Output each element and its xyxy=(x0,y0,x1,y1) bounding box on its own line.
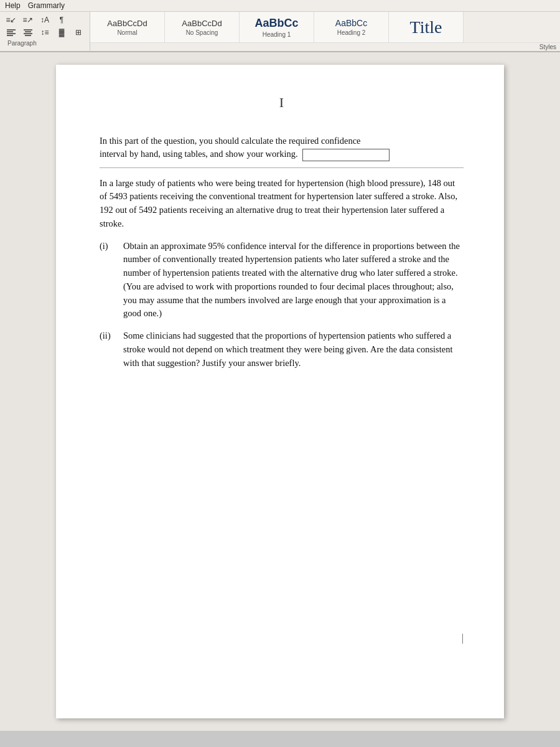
line-spacing-icon: ↕≡ xyxy=(39,27,50,37)
borders-icon: ⊞ xyxy=(73,27,84,37)
increase-indent-icon: ≡↗ xyxy=(22,15,34,25)
ribbon-row-1: ≡↙ ≡↗ ↕A ¶ xyxy=(4,14,86,26)
align-left-btn[interactable] xyxy=(4,27,19,38)
styles-section-label: Styles xyxy=(539,44,556,50)
style-heading1-preview: AaBbCc xyxy=(254,17,298,30)
style-nospacing-preview: AaBbCcDd xyxy=(182,19,222,28)
cursor-top: I xyxy=(100,96,464,110)
decrease-indent-btn[interactable]: ≡↙ xyxy=(4,14,19,26)
style-heading2-preview: AaBbCc xyxy=(335,18,367,28)
style-no-spacing[interactable]: AaBbCcDd No Spacing xyxy=(165,12,240,42)
q2-content: Some clinicians had suggested that the p… xyxy=(123,329,464,370)
align-center-icon xyxy=(22,27,34,37)
answer-inline-box xyxy=(302,149,390,161)
ribbon-row-2: ↕≡ ▓ ⊞ xyxy=(4,27,86,38)
style-normal[interactable]: AaBbCcDd Normal xyxy=(90,12,165,42)
style-normal-label: Normal xyxy=(117,29,137,36)
page[interactable]: I In this part of the question, you shou… xyxy=(56,65,504,718)
ribbon: ≡↙ ≡↗ ↕A ¶ ↕≡ xyxy=(0,12,560,52)
style-heading1[interactable]: AaBbCc Heading 1 xyxy=(240,12,314,42)
paragraph-section-label: Paragraph xyxy=(4,39,86,49)
shading-icon: ▓ xyxy=(56,27,67,37)
intro-paragraph: In this part of the question, you should… xyxy=(100,134,464,161)
style-heading2-label: Heading 2 xyxy=(337,29,366,36)
styles-row: AaBbCcDd Normal AaBbCcDd No Spacing AaBb… xyxy=(90,12,560,43)
style-heading1-label: Heading 1 xyxy=(263,31,291,38)
styles-label-row: Styles xyxy=(90,43,560,51)
style-heading2[interactable]: AaBbCc Heading 2 xyxy=(314,12,389,42)
style-title[interactable]: Title xyxy=(389,12,464,42)
show-hide-btn[interactable]: ¶ xyxy=(54,14,69,26)
cursor-end: | xyxy=(462,632,464,644)
line-spacing-btn[interactable]: ↕≡ xyxy=(37,27,52,38)
menu-help[interactable]: Help xyxy=(5,1,21,10)
q1-content: Obtain an approximate 95% confidence int… xyxy=(123,240,464,321)
document-area: I In this part of the question, you shou… xyxy=(0,52,560,731)
align-left-icon xyxy=(6,27,17,37)
q1-label: (i) xyxy=(100,240,117,321)
intro-line1: In this part of the question, you should… xyxy=(100,136,361,146)
shading-btn[interactable]: ▓ xyxy=(54,27,69,38)
increase-indent-btn[interactable]: ≡↗ xyxy=(21,14,35,26)
question-ii: (ii) Some clinicians had suggested that … xyxy=(100,329,464,370)
body-paragraph: In a large study of patients who were be… xyxy=(100,177,464,231)
sort-icon: ↕A xyxy=(39,15,50,25)
menu-bar: Help Grammarly xyxy=(0,0,560,12)
divider xyxy=(100,167,464,168)
align-center-btn[interactable] xyxy=(21,27,35,38)
q2-label: (ii) xyxy=(100,329,117,370)
pilcrow-icon: ¶ xyxy=(56,15,67,25)
question-i: (i) Obtain an approximate 95% confidence… xyxy=(100,240,464,321)
sort-btn[interactable]: ↕A xyxy=(37,14,52,26)
intro-line2: interval by hand, using tables, and show… xyxy=(100,149,298,159)
style-nospacing-label: No Spacing xyxy=(186,29,218,36)
style-title-preview: Title xyxy=(410,17,442,37)
styles-panel: AaBbCcDd Normal AaBbCcDd No Spacing AaBb… xyxy=(90,12,560,51)
menu-grammarly[interactable]: Grammarly xyxy=(28,1,65,10)
borders-btn[interactable]: ⊞ xyxy=(71,27,86,38)
style-normal-preview: AaBbCcDd xyxy=(107,19,147,28)
paragraph-section: ≡↙ ≡↗ ↕A ¶ ↕≡ xyxy=(0,12,90,51)
decrease-indent-icon: ≡↙ xyxy=(6,15,17,25)
